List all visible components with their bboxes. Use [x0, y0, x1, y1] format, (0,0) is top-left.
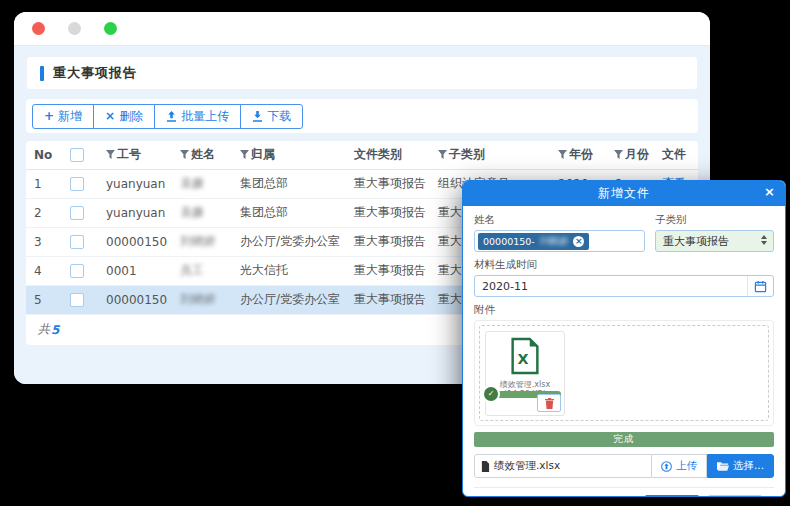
col-file: 文件 [654, 141, 698, 169]
download-button[interactable]: 下载 [240, 104, 303, 129]
col-emp-id[interactable]: 工号 [98, 141, 172, 169]
batch-upload-button[interactable]: 批量上传 [154, 104, 241, 129]
page-title: 重大事项报告 [53, 64, 137, 82]
attachment-zone: X 绩效管理.xlsx (14.58 KB) ✓ [474, 320, 774, 426]
delete-file-button[interactable] [537, 394, 561, 412]
select-all-checkbox[interactable] [70, 148, 84, 162]
col-month[interactable]: 月份 [606, 141, 654, 169]
title-accent-bar [40, 66, 44, 81]
select-spinner-icon [761, 235, 767, 245]
name-tag: 00000150-刘晓娇 × [478, 233, 589, 250]
upload-file-button[interactable]: 上传 [652, 454, 707, 478]
file-picker-row: 绩效管理.xlsx 上传 选择... [474, 454, 774, 478]
uploaded-file-card: X 绩效管理.xlsx (14.58 KB) ✓ [485, 331, 565, 416]
dropzone[interactable]: X 绩效管理.xlsx (14.58 KB) ✓ [479, 325, 769, 421]
confirm-button[interactable]: 确定 [644, 495, 700, 497]
name-input[interactable]: 00000150-刘晓娇 × [474, 230, 645, 252]
modal-title: 新增文件 [598, 185, 650, 202]
upload-status-bar: 完成 [474, 432, 774, 447]
window-titlebar [14, 12, 710, 46]
filter-icon [240, 148, 249, 162]
delete-button[interactable]: × 删除 [93, 104, 155, 129]
document-icon [481, 461, 490, 472]
close-icon[interactable]: × [764, 185, 776, 198]
add-button[interactable]: + 新增 [32, 104, 94, 129]
add-file-modal: 新增文件 × 姓名 00000150-刘晓娇 × 子类别 重大事项报告 [462, 180, 786, 497]
excel-file-icon: X [486, 337, 564, 378]
traffic-light-close-icon[interactable] [32, 22, 45, 35]
svg-text:X: X [518, 351, 529, 367]
filter-icon [106, 148, 115, 162]
page-title-panel: 重大事项报告 [26, 56, 698, 90]
cancel-button[interactable]: ↺ 取消 [707, 495, 763, 497]
subcategory-select[interactable]: 重大事项报告 [655, 230, 774, 252]
x-icon: × [105, 110, 115, 122]
choose-file-button[interactable]: 选择... [707, 454, 774, 478]
file-name: 绩效管理.xlsx [486, 379, 564, 390]
modal-footer: 确定 ↺ 取消 [474, 487, 774, 497]
file-path-input[interactable]: 绩效管理.xlsx [474, 454, 652, 478]
employee-name: 袁媛 [180, 176, 204, 190]
traffic-light-zoom-icon[interactable] [104, 22, 117, 35]
plus-icon: + [44, 110, 54, 122]
row-checkbox[interactable] [70, 235, 84, 249]
upload-circle-icon [661, 461, 672, 472]
traffic-light-minimize-icon[interactable] [68, 22, 81, 35]
time-input[interactable]: 2020-11 [474, 275, 774, 297]
attachment-field-label: 附件 [474, 303, 774, 317]
time-field-label: 材料生成时间 [474, 258, 774, 272]
toolbar: + 新增 × 删除 批量上传 下载 [26, 99, 698, 133]
row-checkbox[interactable] [70, 206, 84, 220]
name-field-label: 姓名 [474, 213, 645, 227]
employee-name: 刘晓娇 [180, 292, 216, 306]
remove-tag-icon[interactable]: × [573, 236, 584, 247]
col-subcategory[interactable]: 子类别 [430, 141, 550, 169]
employee-name: 刘晓娇 [180, 234, 216, 248]
col-checkbox [62, 141, 98, 169]
modal-body: 姓名 00000150-刘晓娇 × 子类别 重大事项报告 材料生成时间 [463, 206, 785, 497]
toolbar-button-group: + 新增 × 删除 批量上传 下载 [32, 104, 303, 129]
col-category: 文件类别 [346, 141, 430, 169]
filter-icon [438, 148, 447, 162]
row-checkbox[interactable] [70, 177, 84, 191]
check-badge-icon: ✓ [484, 387, 498, 401]
calendar-icon[interactable] [747, 276, 773, 296]
download-icon [252, 111, 263, 122]
filter-icon [558, 148, 567, 162]
modal-header[interactable]: 新增文件 × [463, 181, 785, 206]
row-checkbox[interactable] [70, 264, 84, 278]
col-org[interactable]: 归属 [232, 141, 346, 169]
folder-open-icon [717, 461, 729, 471]
employee-name: 员工 [180, 263, 204, 277]
row-checkbox[interactable] [70, 293, 84, 307]
table-header-row: No 工号 姓名 归属 文件类别 子类别 年份 月份 文件 [26, 141, 698, 169]
filter-icon [180, 148, 189, 162]
filter-icon [614, 148, 623, 162]
col-no: No [26, 141, 62, 169]
trash-icon [545, 398, 554, 409]
employee-name: 袁媛 [180, 205, 204, 219]
col-name[interactable]: 姓名 [172, 141, 232, 169]
subcategory-field-label: 子类别 [655, 213, 774, 227]
col-year[interactable]: 年份 [550, 141, 606, 169]
upload-icon [166, 111, 177, 122]
